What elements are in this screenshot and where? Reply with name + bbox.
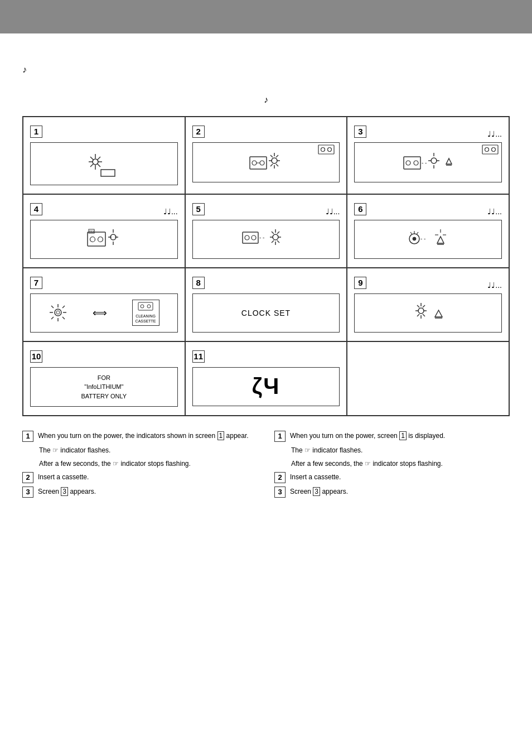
desc-text-right-2: Insert a cassette. bbox=[290, 472, 510, 482]
grid-cell-6: 6 ♩♩... - - bbox=[347, 194, 509, 268]
svg-line-67 bbox=[417, 232, 418, 234]
grid-cell-4: 4 ♩♩... REC bbox=[23, 194, 185, 268]
music-note-5: ♩♩... bbox=[326, 207, 340, 216]
battery-text: FOR"InfoLITHIUM"BATTERY ONLY bbox=[81, 373, 127, 401]
cassette-video-icon: REC bbox=[87, 227, 120, 252]
svg-line-22 bbox=[276, 164, 278, 166]
desc-left-1: 1 When you turn on the power, the indica… bbox=[22, 431, 258, 442]
svg-point-62 bbox=[273, 234, 278, 240]
svg-point-11 bbox=[321, 147, 325, 151]
svg-line-93 bbox=[423, 305, 425, 307]
cell-number-1: 1 bbox=[30, 126, 42, 138]
svg-line-65 bbox=[410, 232, 412, 234]
svg-line-24 bbox=[270, 164, 273, 166]
svg-point-41 bbox=[90, 237, 95, 242]
desc-text-right-arrow1: The ☞ indicator flashes. bbox=[291, 445, 510, 455]
diagram-2 bbox=[249, 148, 283, 176]
desc-text-left-1: When you turn on the power, the indicato… bbox=[38, 431, 258, 441]
cleaning-cassette-box: CLEANINGCASSETTE bbox=[132, 300, 159, 326]
desc-num-left-1: 1 bbox=[22, 431, 33, 442]
descriptions-section: 1 When you turn on the power, the indica… bbox=[22, 427, 510, 501]
cell-inner-7: ⟺ CLEANINGCASSETTE bbox=[30, 293, 178, 333]
svg-point-42 bbox=[98, 237, 103, 242]
cell-number-8: 8 bbox=[192, 277, 205, 289]
svg-line-92 bbox=[423, 314, 425, 316]
desc-num-right-2: 2 bbox=[274, 472, 286, 483]
svg-line-80 bbox=[62, 306, 65, 308]
svg-point-83 bbox=[56, 311, 60, 314]
svg-point-8 bbox=[93, 159, 98, 165]
cell-inner-4: REC bbox=[30, 220, 178, 259]
grid-cell-7: 7 bbox=[23, 268, 185, 341]
cell-number-11: 11 bbox=[192, 350, 205, 363]
cassette-icon-small bbox=[318, 145, 335, 155]
svg-point-37 bbox=[431, 158, 437, 163]
music-note-9: ♩♩... bbox=[487, 281, 502, 290]
desc-num-right-3: 3 bbox=[274, 487, 286, 498]
desc-num-left-2: 2 bbox=[22, 472, 33, 483]
svg-line-79 bbox=[62, 317, 65, 319]
grid-cell-9: 9 ♩♩... bbox=[347, 268, 509, 341]
svg-point-95 bbox=[418, 308, 424, 314]
svg-point-28 bbox=[491, 147, 495, 151]
cell-inner-11: ζЧ bbox=[192, 367, 340, 406]
grid-cell-2: 2 bbox=[185, 117, 347, 194]
cassette-icon-small-3 bbox=[482, 145, 499, 155]
svg-line-78 bbox=[51, 306, 54, 308]
svg-marker-38 bbox=[446, 158, 452, 164]
svg-rect-9 bbox=[101, 170, 115, 176]
cassette-top-3 bbox=[482, 145, 499, 156]
diagram-grid: 1 bbox=[22, 116, 510, 417]
diagram-1 bbox=[84, 148, 123, 179]
svg-line-91 bbox=[417, 305, 419, 307]
cell-inner-10: FOR"InfoLITHIUM"BATTERY ONLY bbox=[30, 367, 178, 407]
cassette-sun-icon bbox=[249, 148, 283, 176]
sun-eject-icon bbox=[409, 300, 448, 325]
svg-text:- -: - - bbox=[420, 235, 425, 242]
music-note-6: ♩♩... bbox=[487, 207, 502, 216]
desc-left-arrow2: After a few seconds, the ☞ indicator sto… bbox=[39, 459, 258, 469]
desc-right-2: 2 Insert a cassette. bbox=[274, 472, 510, 483]
svg-point-30 bbox=[406, 161, 410, 165]
svg-point-14 bbox=[252, 161, 257, 165]
cassette-mini-icon bbox=[138, 302, 153, 312]
cell-number-9: 9 bbox=[354, 277, 366, 289]
svg-line-60 bbox=[277, 232, 279, 234]
cassette-in-box bbox=[136, 302, 156, 314]
cell-number-10: 10 bbox=[30, 350, 42, 363]
svg-text:REC: REC bbox=[89, 230, 95, 233]
cell-inner-8: CLOCK SET bbox=[192, 293, 340, 333]
cell-inner-5: - - bbox=[192, 220, 340, 259]
intro-line2 bbox=[22, 80, 510, 92]
svg-line-81 bbox=[51, 317, 54, 319]
cassette-sun-eject-icon: - - bbox=[403, 148, 453, 176]
svg-point-51 bbox=[245, 235, 249, 240]
cassette-top-2 bbox=[318, 145, 335, 156]
svg-line-61 bbox=[272, 240, 274, 243]
desc-text-left-2: Insert a cassette. bbox=[38, 472, 258, 482]
desc-right-arrow1: The ☞ indicator flashes. bbox=[291, 445, 510, 455]
desc-num-right-1: 1 bbox=[274, 431, 286, 442]
desc-text-left-3: Screen 3 appears. bbox=[38, 487, 258, 497]
cell-number-2: 2 bbox=[192, 126, 205, 138]
video-dash-sun-icon: - - bbox=[242, 227, 289, 252]
desc-left-2: 2 Insert a cassette. bbox=[22, 472, 258, 483]
cell-number-5: 5 bbox=[192, 203, 205, 215]
desc-text-left-arrow1: The ☞ indicator flashes. bbox=[39, 445, 258, 455]
grid-cell-3: 3 ♩♩... - - bbox=[347, 117, 509, 194]
svg-point-52 bbox=[252, 235, 256, 240]
music-note-3: ♩♩... bbox=[487, 129, 502, 138]
cell-inner-9 bbox=[354, 293, 502, 333]
left-column: 1 When you turn on the power, the indica… bbox=[22, 427, 258, 501]
cell-number-4: 4 bbox=[30, 203, 42, 215]
cell-inner-3: - - bbox=[354, 142, 502, 182]
svg-line-23 bbox=[276, 155, 278, 157]
music-note-4: ♩♩... bbox=[163, 207, 178, 216]
cell-inner-6: - - bbox=[354, 220, 502, 259]
clock-set-text: CLOCK SET bbox=[241, 309, 291, 317]
svg-marker-69 bbox=[437, 237, 444, 243]
svg-line-21 bbox=[270, 155, 273, 157]
svg-point-15 bbox=[260, 161, 264, 165]
svg-line-59 bbox=[277, 240, 279, 243]
sun-rect-icon bbox=[84, 148, 123, 179]
